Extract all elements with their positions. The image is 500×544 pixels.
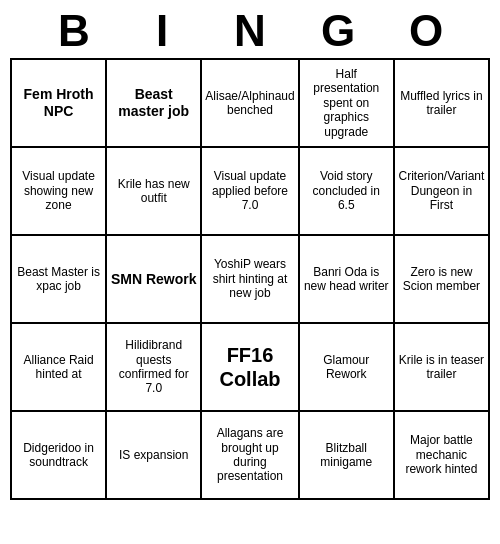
bingo-cell-19[interactable]: Krile is in teaser trailer: [395, 324, 490, 412]
bingo-cell-18[interactable]: Glamour Rework: [300, 324, 395, 412]
bingo-cell-6[interactable]: Krile has new outfit: [107, 148, 202, 236]
bingo-letter-n: N: [206, 6, 294, 56]
bingo-cell-7[interactable]: Visual update applied before 7.0: [202, 148, 299, 236]
bingo-cell-8[interactable]: Void story concluded in 6.5: [300, 148, 395, 236]
bingo-cell-14[interactable]: Zero is new Scion member: [395, 236, 490, 324]
bingo-cell-9[interactable]: Criterion/Variant Dungeon in First: [395, 148, 490, 236]
bingo-cell-21[interactable]: IS expansion: [107, 412, 202, 500]
bingo-cell-17[interactable]: FF16 Collab: [202, 324, 299, 412]
bingo-cell-0[interactable]: Fem Hroth NPC: [12, 60, 107, 148]
bingo-cell-5[interactable]: Visual update showing new zone: [12, 148, 107, 236]
bingo-letter-o: O: [382, 6, 470, 56]
bingo-letter-g: G: [294, 6, 382, 56]
bingo-grid: Fem Hroth NPCBeast master jobAlisae/Alph…: [10, 58, 490, 500]
bingo-cell-1[interactable]: Beast master job: [107, 60, 202, 148]
bingo-header: BINGO: [10, 6, 490, 56]
bingo-cell-4[interactable]: Muffled lyrics in trailer: [395, 60, 490, 148]
bingo-cell-13[interactable]: Banri Oda is new head writer: [300, 236, 395, 324]
bingo-cell-15[interactable]: Alliance Raid hinted at: [12, 324, 107, 412]
bingo-cell-11[interactable]: SMN Rework: [107, 236, 202, 324]
bingo-cell-24[interactable]: Major battle mechanic rework hinted: [395, 412, 490, 500]
bingo-cell-16[interactable]: Hilidibrand quests confirmed for 7.0: [107, 324, 202, 412]
bingo-cell-23[interactable]: Blitzball minigame: [300, 412, 395, 500]
bingo-cell-10[interactable]: Beast Master is xpac job: [12, 236, 107, 324]
bingo-cell-3[interactable]: Half presentation spent on graphics upgr…: [300, 60, 395, 148]
bingo-cell-20[interactable]: Didgeridoo in soundtrack: [12, 412, 107, 500]
bingo-letter-b: B: [30, 6, 118, 56]
bingo-cell-12[interactable]: YoshiP wears shirt hinting at new job: [202, 236, 299, 324]
bingo-cell-22[interactable]: Allagans are brought up during presentat…: [202, 412, 299, 500]
bingo-letter-i: I: [118, 6, 206, 56]
bingo-cell-2[interactable]: Alisae/Alphinaud benched: [202, 60, 299, 148]
